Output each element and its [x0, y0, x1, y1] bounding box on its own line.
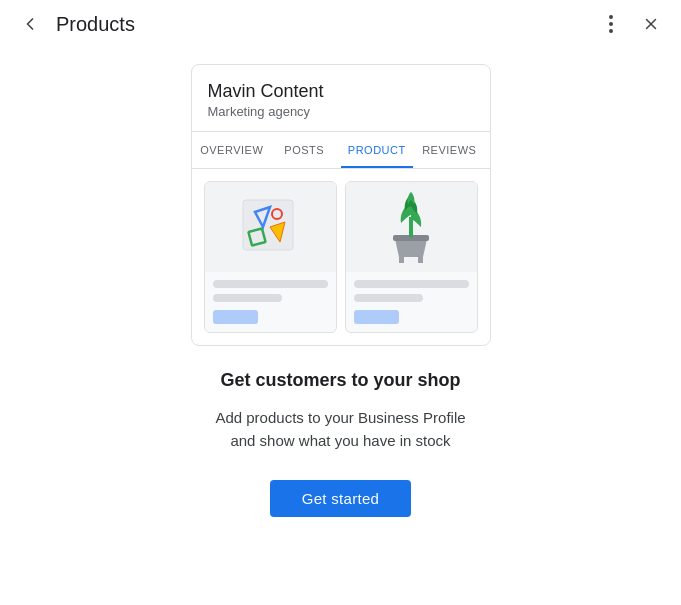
- cta-description: Add products to your Business Profileand…: [215, 407, 465, 452]
- main-content: Mavin Content Marketing agency OVERVIEW …: [0, 48, 681, 541]
- product-details-1: [205, 272, 336, 332]
- business-name: Mavin Content: [208, 81, 474, 102]
- product-action-btn-2[interactable]: [354, 310, 399, 324]
- products-grid: [192, 169, 490, 345]
- business-info: Mavin Content Marketing agency: [192, 65, 490, 132]
- get-started-button[interactable]: Get started: [270, 480, 412, 517]
- tab-posts[interactable]: POSTS: [268, 132, 341, 168]
- page-title: Products: [56, 13, 593, 36]
- business-card-preview: Mavin Content Marketing agency OVERVIEW …: [191, 64, 491, 346]
- product-image-2: [346, 182, 477, 272]
- header-actions: [593, 6, 669, 42]
- product-card-2[interactable]: [345, 181, 478, 333]
- plant-icon: [381, 187, 441, 267]
- product-details-2: [346, 272, 477, 332]
- cta-title: Get customers to your shop: [215, 370, 465, 391]
- art-supplies-icon: [235, 192, 305, 262]
- business-type: Marketing agency: [208, 104, 474, 119]
- tab-product[interactable]: PRODUCT: [341, 132, 414, 168]
- tab-overview[interactable]: OVERVIEW: [196, 132, 269, 168]
- product-card-1[interactable]: [204, 181, 337, 333]
- product-action-btn-1[interactable]: [213, 310, 258, 324]
- more-options-icon: [609, 15, 613, 33]
- product-subtitle-line: [213, 294, 282, 302]
- svg-rect-10: [409, 217, 413, 237]
- svg-rect-9: [418, 257, 423, 263]
- back-button[interactable]: [12, 6, 48, 42]
- profile-tabs: OVERVIEW POSTS PRODUCT REVIEWS: [192, 132, 490, 169]
- close-button[interactable]: [633, 6, 669, 42]
- product-subtitle-line-2: [354, 294, 423, 302]
- svg-rect-8: [399, 257, 404, 263]
- header: Products: [0, 0, 681, 48]
- product-image-1: [205, 182, 336, 272]
- cta-section: Get customers to your shop Add products …: [175, 370, 505, 517]
- more-options-button[interactable]: [593, 6, 629, 42]
- tab-reviews[interactable]: REVIEWS: [413, 132, 486, 168]
- product-title-line: [213, 280, 328, 288]
- product-title-line-2: [354, 280, 469, 288]
